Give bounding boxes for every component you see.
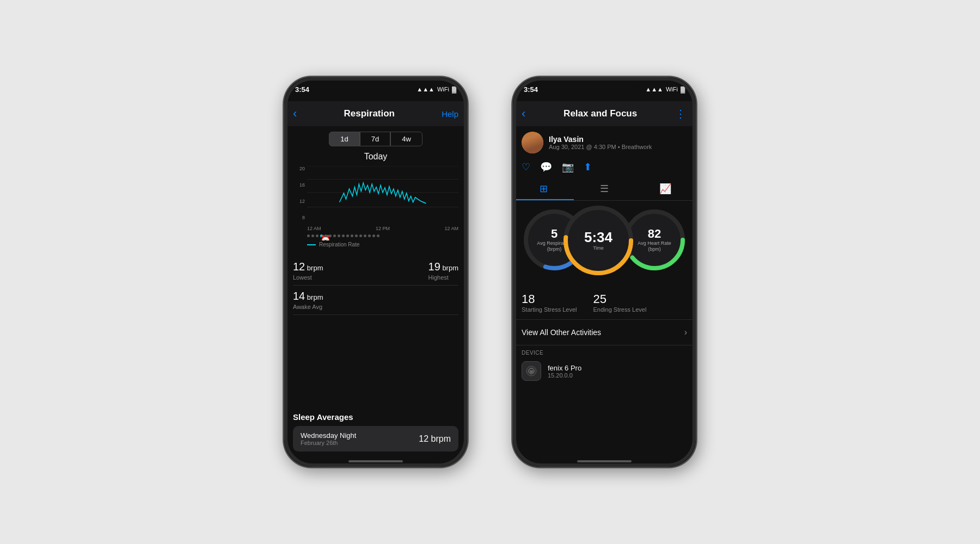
awake-avg-label: Awake Avg (293, 304, 458, 310)
dot-17 (377, 234, 379, 237)
device-info: fenix 6 Pro 15.20.0.0 (548, 364, 581, 379)
device-section: DEVICE 10 fenix 6 Pro 15.20.0.0 (513, 345, 696, 385)
page-title-1: Respiration (344, 108, 395, 119)
highest-label: Highest (428, 274, 458, 281)
sleep-value: 12 brpm (419, 434, 451, 444)
tab-bar: ⊞ ☰ 📈 (513, 178, 696, 201)
view-all-row[interactable]: View All Other Activities › (513, 320, 696, 345)
user-name: Ilya Vasin (549, 135, 652, 144)
chart-dots: ⏰ (293, 231, 458, 240)
tab-graph[interactable]: 📈 (635, 178, 696, 200)
user-info: Ilya Vasin Aug 30, 2021 @ 4:30 PM • Brea… (549, 135, 652, 150)
y-label-16: 16 (293, 182, 305, 188)
graph-tab-icon: 📈 (659, 183, 671, 195)
list-tab-icon: ☰ (600, 183, 609, 195)
legend-text: Respiration Rate (319, 242, 359, 248)
sleep-title: Sleep Averages (293, 412, 458, 422)
status-icons-2: ▲▲▲ WiFi ▓ (645, 86, 685, 92)
home-indicator-2 (513, 456, 696, 467)
chart-legend: Respiration Rate (293, 240, 458, 252)
respiration-value: 5 (551, 227, 558, 240)
device-name: fenix 6 Pro (548, 364, 581, 372)
dot-16 (372, 234, 375, 237)
stress-section: 18 Starting Stress Level 25 Ending Stres… (513, 288, 696, 320)
x-label-12am-end: 12 AM (444, 226, 458, 231)
tab-list[interactable]: ☰ (574, 178, 635, 200)
legend-line (307, 244, 316, 245)
svg-text:10: 10 (530, 370, 533, 373)
sleep-night: Wednesday Night (301, 431, 356, 440)
sleep-card-left: Wednesday Night February 26th (301, 431, 356, 446)
camera-button[interactable]: 📷 (562, 161, 574, 173)
page-title-2: Relax and Focus (564, 108, 637, 119)
share-button[interactable]: ⬆ (584, 161, 592, 173)
home-indicator-1 (284, 456, 467, 467)
chart-y-labels: 20 16 12 8 (293, 166, 305, 220)
phone-2: 3:54 ▲▲▲ WiFi ▓ ‹ Relax and Focus ⋮ Ilya… (512, 76, 697, 468)
dot-11 (351, 234, 353, 237)
time-metric: 5:34 Time (561, 203, 636, 278)
user-profile: Ilya Vasin Aug 30, 2021 @ 4:30 PM • Brea… (513, 126, 696, 159)
ending-stress-label: Ending Stress Level (593, 306, 647, 313)
chart-section: Today 20 16 12 8 (284, 152, 467, 252)
lowest-highest-row: 12 brpm Lowest 19 brpm Highest (293, 256, 458, 286)
starting-stress: 18 Starting Stress Level (522, 292, 577, 313)
stats-section: 12 brpm Lowest 19 brpm Highest 14 brpm A… (284, 252, 467, 408)
user-meta: Aug 30, 2021 @ 4:30 PM • Breathwork (549, 144, 652, 150)
y-label-12: 12 (293, 199, 305, 204)
more-options-button[interactable]: ⋮ (675, 107, 687, 120)
period-4w-button[interactable]: 4w (390, 132, 422, 146)
back-button-2[interactable]: ‹ (522, 107, 525, 121)
sleep-card[interactable]: Wednesday Night February 26th 12 brpm (293, 426, 458, 452)
status-icons-1: ▲▲▲ WiFi ▓ (416, 86, 456, 92)
period-1d-button[interactable]: 1d (329, 132, 359, 146)
dot-14 (364, 234, 366, 237)
back-button-1[interactable]: ‹ (293, 107, 297, 121)
y-label-20: 20 (293, 166, 305, 171)
device-header: DEVICE (522, 350, 687, 356)
help-button[interactable]: Help (442, 109, 458, 119)
screen-2: ‹ Relax and Focus ⋮ Ilya Vasin Aug 30, 2… (513, 101, 696, 456)
stat-awake-avg: 14 brpm Awake Avg (293, 286, 458, 315)
time-value: 5:34 (584, 230, 612, 245)
dot-8 (338, 234, 340, 237)
comment-button[interactable]: 💬 (540, 161, 552, 173)
awake-avg-unit: brpm (305, 293, 323, 301)
phone-1: 3:54 ▲▲▲ WiFi ▓ ‹ Respiration Help 1d 7d… (283, 76, 468, 468)
ending-stress-value: 25 (593, 292, 647, 306)
signal-icon: ▲▲▲ (416, 86, 434, 92)
highest-value: 19 (428, 261, 440, 273)
view-all-text: View All Other Activities (522, 328, 601, 337)
tab-chart[interactable]: ⊞ (513, 178, 574, 200)
time-circle-container: 5:34 Time (561, 203, 636, 278)
signal-icon-2: ▲▲▲ (645, 86, 663, 92)
social-actions: ♡ 💬 📷 ⬆ (513, 159, 696, 178)
awake-avg-value: 14 (293, 290, 305, 302)
stat-highest: 19 brpm Highest (428, 261, 458, 281)
avatar[interactable] (522, 132, 543, 153)
lowest-unit: brpm (305, 264, 323, 272)
metrics-section: 5 Avg Respiration(brpm) 5:34 Time (513, 201, 696, 288)
nav-bar-2: ‹ Relax and Focus ⋮ (513, 101, 696, 126)
lowest-value: 12 (293, 261, 305, 273)
chart-title: Today (293, 152, 458, 162)
heart-rate-label: Avg Heart Rate(bpm) (638, 240, 671, 252)
wifi-icon: WiFi (437, 86, 449, 92)
x-label-12am-start: 12 AM (307, 226, 321, 231)
like-button[interactable]: ♡ (522, 161, 530, 173)
chart-canvas (307, 166, 458, 220)
dot-12 (355, 234, 358, 237)
chart-area: 20 16 12 8 12 AM (293, 166, 458, 231)
screen-1: ‹ Respiration Help 1d 7d 4w Today 20 16 … (284, 101, 467, 456)
wifi-icon-2: WiFi (666, 86, 678, 92)
period-7d-button[interactable]: 7d (360, 132, 390, 146)
avatar-image (522, 132, 543, 153)
battery-icon-2: ▓ (681, 86, 685, 92)
dot-2 (311, 234, 314, 237)
period-selector: 1d 7d 4w (284, 126, 467, 152)
starting-stress-value: 18 (522, 292, 577, 306)
starting-stress-label: Starting Stress Level (522, 306, 577, 313)
dot-3 (316, 234, 318, 237)
chart-tab-icon: ⊞ (540, 183, 548, 195)
dot-active: ⏰ (320, 234, 323, 237)
